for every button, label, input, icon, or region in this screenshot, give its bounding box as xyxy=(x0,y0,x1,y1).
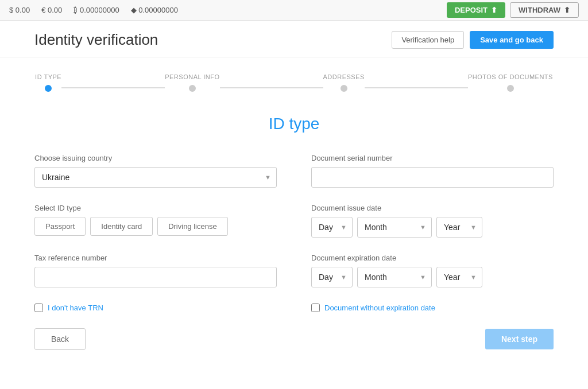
deposit-label: DEPOSIT xyxy=(455,6,488,14)
bottom-actions: Back Next step xyxy=(34,328,554,350)
section-title: ID type xyxy=(34,115,554,133)
stepper-line-1 xyxy=(61,87,165,88)
form-row-country-serial: Choose issuing country Ukraine United St… xyxy=(34,154,554,188)
passport-button[interactable]: Passport xyxy=(34,217,86,236)
serial-number-label: Document serial number xyxy=(311,154,554,162)
content: ID type Choose issuing country Ukraine U… xyxy=(0,98,588,373)
expiry-month-wrap: Month ▼ xyxy=(357,267,432,287)
issue-month-wrap: Month ▼ xyxy=(357,217,432,238)
stepper-dot-addresses xyxy=(341,85,347,92)
issue-year-select[interactable]: Year xyxy=(436,217,482,238)
id-type-label: Select ID type xyxy=(34,204,277,212)
stepper-dot-id-type xyxy=(45,85,52,92)
no-trn-checkbox[interactable] xyxy=(34,304,43,312)
expiry-date-group: Day ▼ Month ▼ Year ▼ xyxy=(311,267,554,287)
back-button[interactable]: Back xyxy=(34,328,86,350)
issue-day-wrap: Day ▼ xyxy=(311,217,353,238)
stepper-step-photos: PHOTOS OF DOCUMENTS xyxy=(468,73,553,92)
usd-balance: $ 0.00 xyxy=(9,6,30,14)
verification-help-button[interactable]: Verification help xyxy=(392,31,464,49)
stepper: ID TYPE PERSONAL INFO ADDRESSES PHOTOS O… xyxy=(0,57,588,98)
page-title: Identity verification xyxy=(34,31,158,49)
issuing-country-select[interactable]: Ukraine United States United Kingdom Ger… xyxy=(34,167,277,188)
issuing-country-label: Choose issuing country xyxy=(34,154,277,162)
issue-date-label: Document issue date xyxy=(311,204,554,212)
issue-year-wrap: Year ▼ xyxy=(436,217,482,238)
stepper-label-addresses: ADDRESSES xyxy=(323,73,365,80)
stepper-step-personal-info: PERSONAL INFO xyxy=(165,73,219,92)
issuing-country-select-wrapper: Ukraine United States United Kingdom Ger… xyxy=(34,167,277,188)
issue-month-select[interactable]: Month xyxy=(357,217,432,238)
expiry-month-select[interactable]: Month xyxy=(357,267,432,287)
form-group-expiry-date: Document expiration date Day ▼ Month ▼ xyxy=(311,254,554,287)
expiry-day-select[interactable]: Day xyxy=(311,267,353,287)
form-group-tax: Tax reference number xyxy=(34,254,277,287)
stepper-dot-personal-info xyxy=(189,85,196,92)
id-type-buttons-group: Passport Identity card Driving license xyxy=(34,217,277,236)
stepper-label-id-type: ID TYPE xyxy=(35,73,61,80)
expiry-year-select[interactable]: Year xyxy=(436,267,482,287)
next-step-button[interactable]: Next step xyxy=(485,329,554,349)
eth-balance: ◆ 0.00000000 xyxy=(131,6,178,14)
no-expiry-checkbox[interactable] xyxy=(311,304,320,312)
no-trn-label[interactable]: I don't have TRN xyxy=(48,304,103,312)
expiry-date-label: Document expiration date xyxy=(311,254,554,262)
serial-number-input[interactable] xyxy=(311,167,554,188)
topbar-actions: DEPOSIT ⬆ WITHDRAW ⬆ xyxy=(447,2,579,18)
stepper-line-2 xyxy=(220,87,323,88)
no-expiry-group: Document without expiration date xyxy=(311,304,554,312)
form-row-idtype-issuedate: Select ID type Passport Identity card Dr… xyxy=(34,204,554,238)
form-group-issue-date: Document issue date Day ▼ Month ▼ Yea xyxy=(311,204,554,238)
tax-reference-label: Tax reference number xyxy=(34,254,277,262)
issue-day-select[interactable]: Day xyxy=(311,217,353,238)
stepper-step-addresses: ADDRESSES xyxy=(323,73,365,92)
no-expiry-label[interactable]: Document without expiration date xyxy=(324,304,435,312)
deposit-icon: ⬆ xyxy=(491,6,497,14)
expiry-day-wrap: Day ▼ xyxy=(311,267,353,287)
stepper-label-photos: PHOTOS OF DOCUMENTS xyxy=(468,73,553,80)
identity-card-button[interactable]: Identity card xyxy=(90,217,153,236)
form-group-idtype: Select ID type Passport Identity card Dr… xyxy=(34,204,277,238)
withdraw-label: WITHDRAW xyxy=(519,6,560,14)
expiry-year-wrap: Year ▼ xyxy=(436,267,482,287)
stepper-line-3 xyxy=(365,87,468,88)
checkbox-row: I don't have TRN Document without expira… xyxy=(34,304,554,312)
btc-balance: ₿ 0.00000000 xyxy=(74,6,119,14)
tax-reference-input[interactable] xyxy=(34,267,277,287)
withdraw-button[interactable]: WITHDRAW ⬆ xyxy=(510,2,579,18)
withdraw-icon: ⬆ xyxy=(564,6,570,14)
save-back-button[interactable]: Save and go back xyxy=(470,31,554,49)
stepper-label-personal-info: PERSONAL INFO xyxy=(165,73,219,80)
issue-date-group: Day ▼ Month ▼ Year ▼ xyxy=(311,217,554,238)
form-row-tax-expiry: Tax reference number Document expiration… xyxy=(34,254,554,287)
header-actions: Verification help Save and go back xyxy=(392,31,554,49)
balances: $ 0.00 € 0.00 ₿ 0.00000000 ◆ 0.00000000 xyxy=(9,6,178,14)
topbar: $ 0.00 € 0.00 ₿ 0.00000000 ◆ 0.00000000 … xyxy=(0,0,588,21)
stepper-dot-photos xyxy=(507,85,514,92)
eur-balance: € 0.00 xyxy=(41,6,62,14)
form-group-serial: Document serial number xyxy=(311,154,554,188)
stepper-step-id-type: ID TYPE xyxy=(35,73,61,92)
form-group-country: Choose issuing country Ukraine United St… xyxy=(34,154,277,188)
no-trn-group: I don't have TRN xyxy=(34,304,277,312)
page-header: Identity verification Verification help … xyxy=(0,21,588,57)
driving-license-button[interactable]: Driving license xyxy=(157,217,228,236)
deposit-button[interactable]: DEPOSIT ⬆ xyxy=(447,2,505,18)
